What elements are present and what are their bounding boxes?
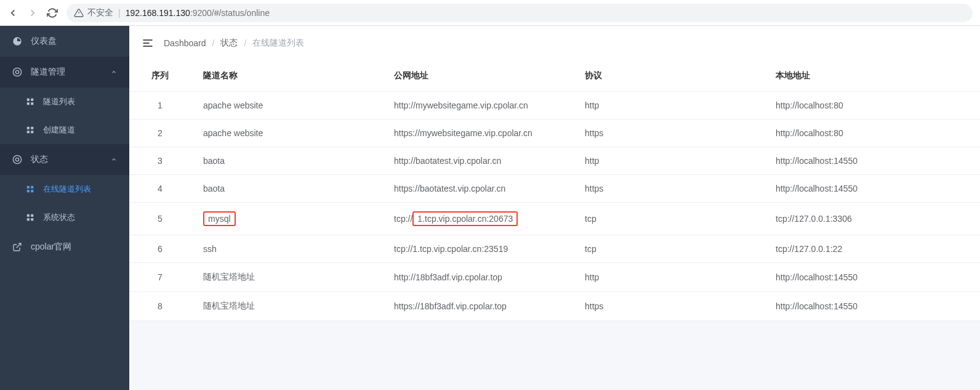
cell-public-url: https://18bf3adf.vip.cpolar.top [382,292,572,321]
svg-point-13 [15,158,18,161]
table-row[interactable]: 4baotahttps://baotatest.vip.cpolar.cnhtt… [129,175,980,203]
url-text: 192.168.191.130:9200/#/status/online [126,8,270,18]
svg-rect-9 [31,127,33,129]
highlight-annotation: mysql [203,211,236,226]
sidebar-label: 状态 [31,154,102,165]
table-header-row: 序列 隧道名称 公网地址 协议 本地地址 [129,60,980,92]
sidebar-label: 系统状态 [43,212,75,223]
cell-seq: 3 [129,147,191,175]
breadcrumb-item[interactable]: Dashboard [164,38,206,48]
tunnel-table: 序列 隧道名称 公网地址 协议 本地地址 1apache websitehttp… [129,60,980,321]
external-link-icon [12,242,22,252]
breadcrumb-separator: / [212,38,215,48]
sidebar-item-tunnel-create[interactable]: 创建隧道 [0,116,129,144]
browser-toolbar: 不安全 | 192.168.191.130:9200/#/status/onli… [0,0,980,26]
cell-seq: 8 [129,292,191,321]
sidebar: 仪表盘 隧道管理 隧道列表 创建隧道 [0,26,129,390]
cell-name: ssh [191,235,382,263]
svg-rect-4 [27,99,30,101]
cell-protocol: http [572,147,763,175]
sidebar-label: 在线隧道列表 [43,184,91,195]
table-row[interactable]: 2apache websitehttps://mywebsitegame.vip… [129,120,980,147]
cell-seq: 2 [129,120,191,147]
cell-local-url: tcp://127.0.0.1:22 [763,235,980,263]
svg-rect-7 [31,102,33,105]
svg-rect-8 [27,127,30,129]
col-seq: 序列 [129,60,191,92]
online-icon [26,185,34,193]
breadcrumb: Dashboard / 状态 / 在线隧道列表 [164,38,304,49]
sidebar-label: 创建隧道 [43,124,75,136]
cell-protocol: https [572,292,763,321]
cell-protocol: tcp [572,203,763,235]
table-row[interactable]: 8随机宝塔地址https://18bf3adf.vip.cpolar.topht… [129,292,980,321]
sidebar-item-system-status[interactable]: 系统状态 [0,203,129,232]
cell-local-url: tcp://127.0.0.1:3306 [763,203,980,235]
svg-point-12 [13,155,21,163]
sidebar-label: 仪表盘 [31,36,117,47]
table-row[interactable]: 5mysqltcp://1.tcp.vip.cpolar.cn:20673tcp… [129,203,980,235]
cell-local-url: http://localhost:80 [763,120,980,147]
svg-rect-19 [31,214,33,217]
cell-name: apache website [191,120,382,147]
breadcrumb-item[interactable]: 状态 [220,38,238,49]
cell-protocol: https [572,120,763,147]
sidebar-label: 隧道列表 [43,96,75,107]
cell-protocol: https [572,175,763,203]
cell-protocol: tcp [572,235,763,263]
cell-local-url: http://localhost:14550 [763,263,980,292]
cell-seq: 7 [129,263,191,292]
warning-icon [74,8,84,18]
back-button[interactable] [7,7,18,18]
sidebar-label: cpolar官网 [31,242,117,253]
cell-seq: 5 [129,203,191,235]
svg-point-3 [15,70,18,73]
cell-public-url: tcp://1.tcp.vip.cpolar.cn:20673 [382,203,572,235]
cell-local-url: http://localhost:14550 [763,175,980,203]
system-icon [26,213,34,222]
cell-protocol: http [572,263,763,292]
cell-public-url: http://18bf3adf.vip.cpolar.top [382,263,572,292]
cell-name: apache website [191,92,382,120]
sidebar-item-tunnel-management[interactable]: 隧道管理 [0,57,129,87]
sidebar-item-dashboard[interactable]: 仪表盘 [0,26,129,57]
sidebar-item-online-list[interactable]: 在线隧道列表 [0,175,129,203]
cell-seq: 1 [129,92,191,120]
forward-button[interactable] [27,7,38,18]
chevron-up-icon [111,156,117,163]
address-bar[interactable]: 不安全 | 192.168.191.130:9200/#/status/onli… [66,4,973,22]
security-label: 不安全 [87,7,113,18]
col-local-url: 本地地址 [763,60,980,92]
create-icon [26,126,34,134]
table-row[interactable]: 3baotahttp://baotatest.vip.cpolar.cnhttp… [129,147,980,175]
col-protocol: 协议 [572,60,763,92]
col-public-url: 公网地址 [382,60,572,92]
svg-rect-16 [27,190,30,192]
sidebar-label: 隧道管理 [31,67,102,78]
reload-button[interactable] [47,7,58,18]
main-content: Dashboard / 状态 / 在线隧道列表 序列 隧道名称 公网地址 协议 … [129,26,980,390]
cell-name: baota [191,147,382,175]
svg-rect-18 [27,214,30,217]
topbar: Dashboard / 状态 / 在线隧道列表 [129,26,980,60]
svg-rect-11 [31,131,33,133]
chevron-up-icon [111,69,117,75]
svg-rect-21 [31,218,33,221]
sidebar-item-cpolar-site[interactable]: cpolar官网 [0,232,129,262]
sidebar-item-tunnel-list[interactable]: 隧道列表 [0,87,129,116]
sidebar-item-status[interactable]: 状态 [0,144,129,175]
svg-rect-17 [31,190,33,192]
cell-protocol: http [572,92,763,120]
cell-public-url: https://mywebsitegame.vip.cpolar.cn [382,120,572,147]
svg-rect-6 [27,102,30,105]
breadcrumb-current: 在线隧道列表 [252,38,304,49]
cell-seq: 4 [129,175,191,203]
security-indicator: 不安全 [74,7,113,18]
cell-local-url: http://localhost:14550 [763,292,980,321]
cell-seq: 6 [129,235,191,263]
menu-toggle-button[interactable] [142,38,154,48]
table-row[interactable]: 1apache websitehttp://mywebsitegame.vip.… [129,92,980,120]
table-row[interactable]: 7随机宝塔地址http://18bf3adf.vip.cpolar.tophtt… [129,263,980,292]
cell-public-url: https://baotatest.vip.cpolar.cn [382,175,572,203]
table-row[interactable]: 6sshtcp://1.tcp.vip.cpolar.cn:23519tcptc… [129,235,980,263]
